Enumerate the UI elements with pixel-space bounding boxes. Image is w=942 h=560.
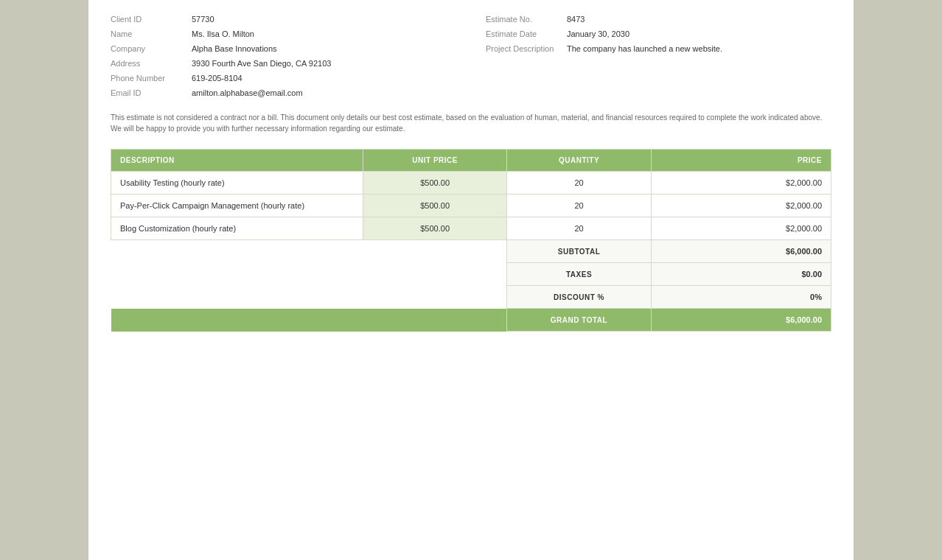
grand-total-label: GRAND TOTAL xyxy=(507,309,651,332)
client-name-value: Ms. Ilsa O. Milton xyxy=(192,29,254,38)
table-row: Blog Customization (hourly rate)$500.002… xyxy=(111,217,831,240)
estimate-project-label: Project Description xyxy=(486,44,559,53)
client-phone-label: Phone Number xyxy=(111,74,184,83)
client-company-value: Alpha Base Innovations xyxy=(192,44,277,53)
estimate-table: DESCRIPTION UNIT PRICE QUANTITY PRICE Us… xyxy=(111,149,831,332)
client-id-label: Client ID xyxy=(111,15,184,24)
discount-value: 0% xyxy=(651,286,831,309)
disclaimer-text: This estimate is not considered a contra… xyxy=(111,112,831,134)
estimate-date-label: Estimate Date xyxy=(486,29,559,38)
subtotal-label: SUBTOTAL xyxy=(507,240,651,263)
client-id-value: 57730 xyxy=(192,15,214,24)
taxes-row: TAXES $0.00 xyxy=(111,263,831,286)
col-unit-price: UNIT PRICE xyxy=(363,150,506,172)
client-email-value: amilton.alphabase@email.com xyxy=(192,88,303,97)
row-quantity: 20 xyxy=(507,195,651,217)
client-email-row: Email ID amilton.alphabase@email.com xyxy=(111,88,456,97)
client-address-value: 3930 Fourth Ave San Diego, CA 92103 xyxy=(192,59,331,68)
estimate-date-row: Estimate Date January 30, 2030 xyxy=(486,29,831,38)
info-grid: Client ID 57730 Name Ms. Ilsa O. Milton … xyxy=(111,15,831,97)
estimate-date-value: January 30, 2030 xyxy=(567,29,629,38)
client-company-label: Company xyxy=(111,44,184,53)
row-price: $2,000.00 xyxy=(651,172,831,195)
taxes-label: TAXES xyxy=(507,263,651,286)
subtotal-value: $6,000.00 xyxy=(651,240,831,263)
row-unit-price: $500.00 xyxy=(363,195,506,217)
col-price: PRICE xyxy=(651,150,831,172)
row-price: $2,000.00 xyxy=(651,217,831,240)
side-panel-right xyxy=(854,0,942,560)
row-price: $2,000.00 xyxy=(651,195,831,217)
client-email-label: Email ID xyxy=(111,88,184,97)
table-header-row: DESCRIPTION UNIT PRICE QUANTITY PRICE xyxy=(111,150,831,172)
page-wrapper: Client ID 57730 Name Ms. Ilsa O. Milton … xyxy=(0,0,942,560)
estimate-no-row: Estimate No. 8473 xyxy=(486,15,831,24)
row-quantity: 20 xyxy=(507,217,651,240)
col-quantity: QUANTITY xyxy=(507,150,651,172)
client-phone-row: Phone Number 619-205-8104 xyxy=(111,74,456,83)
row-description: Blog Customization (hourly rate) xyxy=(111,217,363,240)
client-company-row: Company Alpha Base Innovations xyxy=(111,44,456,53)
row-description: Pay-Per-Click Campaign Management (hourl… xyxy=(111,195,363,217)
client-address-row: Address 3930 Fourth Ave San Diego, CA 92… xyxy=(111,59,456,68)
row-unit-price: $500.00 xyxy=(363,172,506,195)
grand-total-row: GRAND TOTAL $6,000.00 xyxy=(111,309,831,332)
side-panel-left xyxy=(0,0,88,560)
discount-row: DISCOUNT % 0% xyxy=(111,286,831,309)
table-row: Usability Testing (hourly rate)$500.0020… xyxy=(111,172,831,195)
estimate-no-value: 8473 xyxy=(567,15,585,24)
client-phone-value: 619-205-8104 xyxy=(192,74,243,83)
taxes-value: $0.00 xyxy=(651,263,831,286)
table-row: Pay-Per-Click Campaign Management (hourl… xyxy=(111,195,831,217)
estimate-info: Estimate No. 8473 Estimate Date January … xyxy=(486,15,831,97)
grand-total-value: $6,000.00 xyxy=(651,309,831,332)
row-description: Usability Testing (hourly rate) xyxy=(111,172,363,195)
estimate-project-row: Project Description The company has laun… xyxy=(486,44,831,53)
client-name-label: Name xyxy=(111,29,184,38)
discount-label: DISCOUNT % xyxy=(507,286,651,309)
subtotal-row: SUBTOTAL $6,000.00 xyxy=(111,240,831,263)
client-info: Client ID 57730 Name Ms. Ilsa O. Milton … xyxy=(111,15,456,97)
client-id-row: Client ID 57730 xyxy=(111,15,456,24)
estimate-project-value: The company has launched a new website. xyxy=(567,44,722,53)
client-name-row: Name Ms. Ilsa O. Milton xyxy=(111,29,456,38)
row-quantity: 20 xyxy=(507,172,651,195)
estimate-no-label: Estimate No. xyxy=(486,15,559,24)
client-address-label: Address xyxy=(111,59,184,68)
col-description: DESCRIPTION xyxy=(111,150,363,172)
row-unit-price: $500.00 xyxy=(363,217,506,240)
document: Client ID 57730 Name Ms. Ilsa O. Milton … xyxy=(88,0,854,560)
